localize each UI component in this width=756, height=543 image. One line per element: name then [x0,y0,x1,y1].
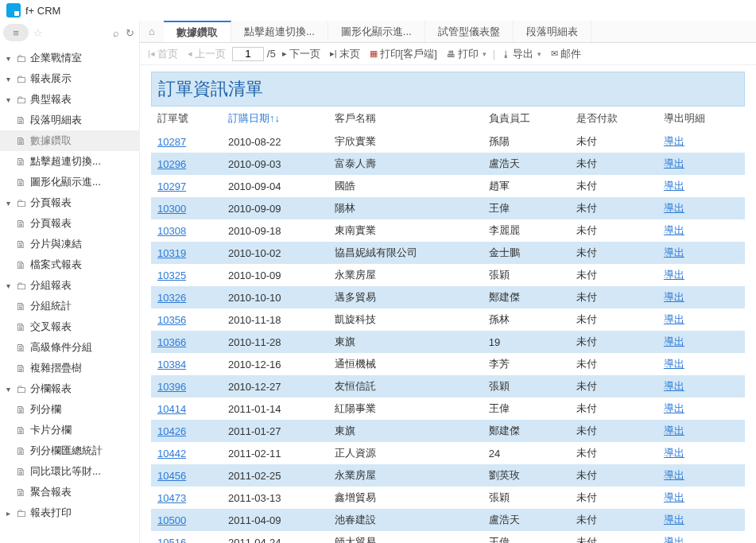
order-id-link[interactable]: 10366 [157,336,186,348]
order-id-link[interactable]: 10319 [157,247,186,259]
tree-file[interactable]: 🗎高級條件分組 [0,337,139,358]
column-header: 客戶名稱 [328,107,483,130]
refresh-icon[interactable]: ↻ [126,27,134,39]
order-id-link[interactable]: 10414 [157,403,186,415]
cell-customer: 陽林 [328,197,483,219]
export-link[interactable]: 導出 [664,514,684,526]
order-id-link[interactable]: 10396 [157,381,186,393]
order-id-link[interactable]: 10296 [157,158,186,170]
export-link[interactable]: 導出 [664,291,684,303]
tree-file[interactable]: 🗎同比環比等財... [0,461,139,482]
menu-toggle[interactable]: ≡ [3,24,29,41]
export-link[interactable]: 導出 [664,202,684,214]
order-id-link[interactable]: 10287 [157,136,186,148]
prev-page-button[interactable]: ◂上一页 [184,47,229,61]
tree-file[interactable]: 🗎數據鑽取 [0,130,139,151]
export-link[interactable]: 導出 [664,380,684,392]
order-id-link[interactable]: 10516 [157,537,186,544]
export-link[interactable]: 導出 [664,135,684,147]
export-link[interactable]: 導出 [664,469,684,481]
tree-file[interactable]: 🗎段落明細表 [0,110,139,130]
export-link[interactable]: 導出 [664,402,684,414]
table-row: 105002011-04-09池春建設盧浩天未付導出 [151,509,745,531]
cell-date: 2011-02-25 [222,464,328,487]
tab[interactable]: 段落明細表 [514,21,591,42]
export-link[interactable]: 導出 [664,269,684,281]
tree-file[interactable]: 🗎複雜摺疊樹 [0,358,139,378]
order-id-link[interactable]: 10384 [157,359,186,370]
tree-folder[interactable]: ▾🗀分欄報表 [0,378,139,399]
tree-file[interactable]: 🗎聚合報表 [0,482,139,502]
tree-folder[interactable]: ▾🗀分組報表 [0,275,139,296]
tree-folder[interactable]: ▾🗀分頁報表 [0,192,139,213]
tree-label: 報表打印 [30,506,72,520]
export-button[interactable]: ⭳导出▾ [498,47,545,61]
tree-file[interactable]: 🗎分組統計 [0,296,139,316]
table-row: 104422011-02-11正人資源24未付導出 [151,442,745,464]
tree-label: 點擊超連切換... [30,154,101,169]
folder-icon: 🗀 [14,52,27,64]
order-id-link[interactable]: 10326 [157,292,186,304]
tree-file[interactable]: 🗎圖形化顯示進... [0,172,139,192]
print-button[interactable]: 🖶打印▾ [444,47,490,61]
column-header[interactable]: 訂購日期↑↓ [222,107,328,130]
search-icon[interactable]: ⌕ [113,27,119,39]
tree-label: 分頁報表 [30,216,72,231]
order-id-link[interactable]: 10297 [157,180,186,192]
tree-file[interactable]: 🗎交叉報表 [0,316,139,337]
tree-file[interactable]: 🗎列分欄匯總統計 [0,440,139,461]
export-link[interactable]: 導出 [664,358,684,370]
tab[interactable]: 數據鑽取 [164,21,231,42]
tree-file[interactable]: 🗎卡片分欄 [0,420,139,440]
tree-file[interactable]: 🗎分片與凍結 [0,234,139,254]
tree-folder[interactable]: ▸🗀報表打印 [0,502,139,523]
export-link[interactable]: 導出 [664,224,684,236]
order-id-link[interactable]: 10356 [157,314,186,326]
table-row: 103192010-10-02協昌妮絨有限公司金士鵬未付導出 [151,242,745,264]
column-header: 訂單號 [151,107,222,130]
tab[interactable]: 試管型儀表盤 [425,21,514,42]
order-id-link[interactable]: 10426 [157,425,186,437]
order-id-link[interactable]: 10308 [157,225,186,237]
first-page-button[interactable]: |◂首页 [145,47,181,61]
favorite-icon[interactable]: ☆ [33,27,43,39]
tree-file[interactable]: 🗎點擊超連切換... [0,151,139,172]
order-id-link[interactable]: 10325 [157,270,186,281]
order-id-link[interactable]: 10473 [157,492,186,504]
order-id-link[interactable]: 10456 [157,470,186,482]
home-tab-icon[interactable]: ⌂ [140,21,164,42]
tree-folder[interactable]: ▾🗀報表展示 [0,68,139,89]
tree-file[interactable]: 🗎列分欄 [0,399,139,420]
export-link[interactable]: 導出 [664,536,684,543]
print-client-button[interactable]: ▦打印[客戶端] [366,47,440,61]
tree-file[interactable]: 🗎分頁報表 [0,213,139,234]
export-link[interactable]: 導出 [664,491,684,503]
export-link[interactable]: 導出 [664,447,684,459]
order-id-link[interactable]: 10442 [157,448,186,460]
page-input[interactable] [232,47,264,61]
export-link[interactable]: 導出 [664,180,684,192]
app-title: f+ CRM [25,5,60,17]
cell-paid: 未付 [570,531,657,543]
export-link[interactable]: 導出 [664,425,684,436]
order-id-link[interactable]: 10500 [157,514,186,526]
tree-label: 分欄報表 [30,382,72,396]
export-link[interactable]: 導出 [664,335,684,347]
tab[interactable]: 圖形化顯示進... [328,21,425,42]
order-id-link[interactable]: 10300 [157,203,186,215]
tree-folder[interactable]: ▾🗀典型報表 [0,89,139,110]
cell-paid: 未付 [570,353,657,375]
cell-employee: 鄭建傑 [483,420,570,442]
export-link[interactable]: 導出 [664,313,684,325]
table-row: 105162011-04-24師大貿易王偉未付導出 [151,531,745,543]
cell-employee: 鄭建傑 [483,286,570,308]
tree-folder[interactable]: ▾🗀企業戰情室 [0,48,139,68]
export-link[interactable]: 導出 [664,246,684,258]
cell-paid: 未付 [570,487,657,509]
export-link[interactable]: 導出 [664,157,684,169]
tab[interactable]: 點擊超連切換... [231,21,328,42]
tree-file[interactable]: 🗎檔案式報表 [0,254,139,275]
last-page-button[interactable]: ▸|末页 [327,47,363,61]
mail-button[interactable]: ✉邮件 [548,47,584,61]
next-page-button[interactable]: ▸下一页 [279,47,324,61]
